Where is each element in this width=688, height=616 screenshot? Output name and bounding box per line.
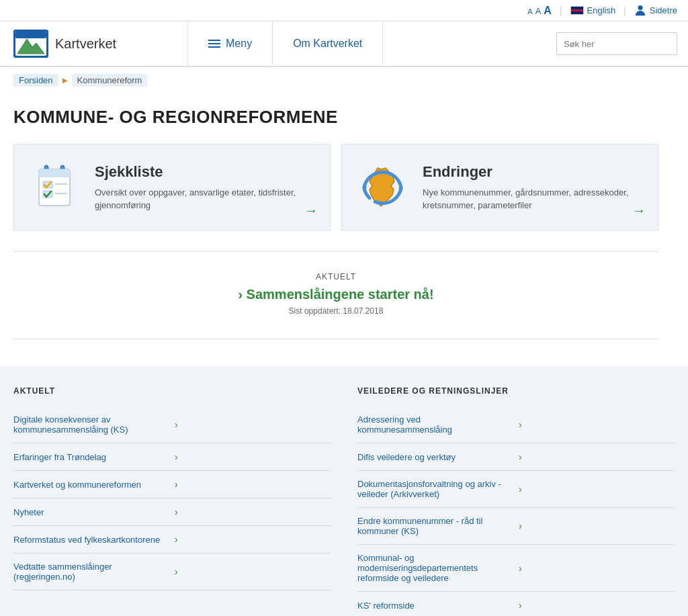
svg-rect-5 (15, 32, 46, 38)
font-large-button[interactable]: A (544, 5, 552, 17)
endringer-card[interactable]: Endringer Nye kommunenummer, gårdsnummer… (341, 144, 658, 231)
aktuelt-link[interactable]: Sammenslåingene starter nå! (13, 287, 658, 302)
bottom-right-col: VEILEDERE OG RETNINGSLINJER Adressering … (357, 386, 675, 616)
search-area (427, 21, 688, 66)
font-medium-button[interactable]: A (535, 6, 542, 16)
divider: | (560, 5, 562, 16)
bottom-left-link-item[interactable]: Digitale konsekvenser av kommunesammensl… (13, 406, 331, 443)
aktuelt-date: Sist oppdatert: 18.07.2018 (13, 306, 658, 316)
endringer-desc: Nye kommunenummer, gårdsnummer, adressek… (423, 186, 644, 212)
sjekkliste-arrow: → (304, 203, 318, 218)
sidetre-label: Sidetre (650, 5, 677, 15)
sjekkliste-title: Sjekkliste (95, 163, 316, 181)
bottom-right-link-item[interactable]: Dokumentasjonsforvaltning og arkiv - vei… (357, 471, 675, 508)
sjekkliste-icon-area (28, 161, 81, 214)
svg-rect-11 (39, 169, 70, 177)
logo-area[interactable]: Kartverket (0, 21, 188, 66)
divider-bottom (13, 339, 658, 339)
search-box (556, 32, 677, 55)
om-kartverket-link[interactable]: Om Kartverket (273, 21, 383, 66)
bottom-right-link-item[interactable]: KS' reformside› (357, 592, 675, 616)
endringer-arrow: → (632, 203, 646, 218)
bottom-right-link-item[interactable]: Difis veiledere og verktøy› (357, 443, 675, 471)
endringer-text: Endringer Nye kommunenummer, gårdsnummer… (423, 163, 644, 212)
aktuelt-label: AKTUELT (13, 272, 658, 281)
bottom-section: AKTUELT Digitale konsekvenser av kommune… (0, 366, 688, 616)
map-icon (357, 163, 408, 213)
cards-row: Sjekkliste Oversikt over oppgaver, ansva… (13, 144, 658, 231)
sjekkliste-desc: Oversikt over oppgaver, ansvarlige etate… (95, 186, 316, 212)
bottom-left-link-item[interactable]: Reformstatus ved fylkeskartkontorene› (13, 526, 331, 554)
uk-flag-icon (570, 6, 584, 15)
bottom-left-link-item[interactable]: Vedtatte sammenslåinger (regjeringen.no)… (13, 554, 331, 590)
language-label: English (587, 5, 616, 15)
logo-name: Kartverket (55, 36, 116, 52)
person-icon (634, 5, 646, 17)
page-title: KOMMUNE- OG REGIONREFORMENE (13, 107, 658, 128)
om-label: Om Kartverket (293, 38, 362, 50)
logo-icon (13, 30, 48, 58)
bottom-left-links: Digitale konsekvenser av kommunesammensl… (13, 406, 331, 590)
bottom-left-col: AKTUELT Digitale konsekvenser av kommune… (13, 386, 331, 616)
breadcrumb: Forsiden ▶ Kommunereform (0, 67, 688, 93)
breadcrumb-home[interactable]: Forsiden (13, 74, 58, 87)
endringer-icon-area (355, 161, 409, 214)
bottom-left-link-item[interactable]: Erfaringer fra Trøndelag› (13, 443, 331, 471)
search-input[interactable] (557, 35, 677, 53)
checklist-icon (31, 164, 78, 211)
sjekkliste-card[interactable]: Sjekkliste Oversikt over oppgaver, ansva… (13, 144, 331, 231)
menu-button[interactable]: Meny (188, 21, 273, 66)
bottom-left-link-item[interactable]: Kartverket og kommunereformen› (13, 471, 331, 498)
nav-area: Meny Om Kartverket (188, 21, 427, 66)
sidetre-button[interactable]: Sidetre (634, 5, 677, 17)
svg-point-0 (638, 5, 642, 9)
aktuelt-section: AKTUELT Sammenslåingene starter nå! Sist… (13, 259, 658, 332)
bottom-right-link-item[interactable]: Adressering ved kommunesammenslåing› (357, 406, 675, 443)
breadcrumb-separator: ▶ (62, 77, 68, 84)
bottom-right-link-item[interactable]: Kommunal- og moderniseringsdepartementet… (357, 545, 675, 592)
top-bar: A A A | English | Sidetre (0, 0, 688, 21)
breadcrumb-current: Kommunereform (72, 74, 148, 87)
endringer-title: Endringer (423, 163, 644, 181)
language-selector[interactable]: English (570, 5, 616, 15)
header: Kartverket Meny Om Kartverket (0, 21, 688, 67)
bottom-right-link-item[interactable]: Endre kommunenummer - råd til kommuner (… (357, 508, 675, 545)
menu-label: Meny (226, 38, 252, 50)
main-content: KOMMUNE- OG REGIONREFORMENE (0, 93, 672, 366)
bottom-left-link-item[interactable]: Nyheter› (13, 498, 331, 526)
sjekkliste-text: Sjekkliste Oversikt over oppgaver, ansva… (95, 163, 316, 212)
hamburger-icon (208, 40, 220, 48)
bottom-right-links: Adressering ved kommunesammenslåing›Difi… (357, 406, 675, 616)
bottom-right-title: VEILEDERE OG RETNINGSLINJER (357, 386, 675, 396)
font-size-controls: A A A (527, 5, 552, 17)
font-small-button[interactable]: A (527, 7, 532, 15)
bottom-left-title: AKTUELT (13, 386, 331, 396)
divider2: | (624, 5, 626, 16)
divider-top (13, 251, 658, 252)
